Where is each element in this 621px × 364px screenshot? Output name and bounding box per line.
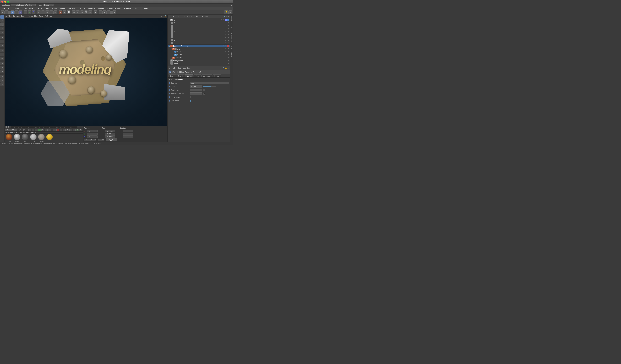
- workplane-button[interactable]: ⌧: [84, 11, 88, 14]
- cursor-tool[interactable]: ↖: [0, 15, 4, 19]
- text-render-icon[interactable]: ☑: [223, 19, 224, 21]
- pos-y-input[interactable]: [87, 133, 98, 135]
- deform-button[interactable]: ⌂: [41, 11, 45, 14]
- mat-menu-icon[interactable]: ☰: [5, 132, 7, 133]
- viewport-menu-icon[interactable]: ☰: [5, 15, 7, 17]
- attr-edit-menu[interactable]: Edit: [177, 67, 181, 69]
- attr-userdata-menu[interactable]: User Data: [182, 67, 191, 69]
- d-vis-icon[interactable]: ☑: [225, 28, 227, 30]
- obj-row-nside[interactable]: n n-Side ☑ ☑: [168, 53, 230, 56]
- mat-create-menu[interactable]: Create: [8, 132, 13, 133]
- menu-edit[interactable]: Edit: [7, 7, 12, 10]
- attr-forward-icon[interactable]: →: [219, 67, 221, 69]
- rect-selection[interactable]: ▣: [0, 57, 4, 60]
- hud-button[interactable]: ◈: [228, 11, 232, 14]
- pos-x-input[interactable]: [87, 130, 98, 132]
- viewport-panel-menu[interactable]: Panel: [39, 15, 44, 17]
- circle-vis-icon[interactable]: ☑: [225, 51, 227, 53]
- mat-material-menu[interactable]: Material: [23, 132, 29, 133]
- o-render-icon[interactable]: ☑: [227, 25, 229, 27]
- text-vis-icon[interactable]: ☑: [220, 19, 222, 21]
- N-vis-icon[interactable]: ☑: [225, 39, 227, 41]
- camera-button[interactable]: ⊡: [53, 11, 57, 14]
- prev-frame-button[interactable]: ◀◀: [32, 128, 34, 131]
- symmetry-tool[interactable]: ⊕: [0, 79, 4, 82]
- obj-object-menu[interactable]: Object: [187, 16, 193, 17]
- point-mode[interactable]: ◈: [0, 31, 4, 34]
- menu-file[interactable]: File: [1, 7, 6, 10]
- offset-input[interactable]: [190, 85, 203, 88]
- rotate-tool-button[interactable]: ↺: [103, 11, 106, 14]
- expand-text[interactable]: ▶: [169, 19, 171, 21]
- pos-z-input[interactable]: [87, 136, 98, 138]
- obj-row-scene[interactable]: S Scene ☑: [168, 62, 230, 65]
- menu-tools[interactable]: Tools: [37, 7, 43, 10]
- attr-menu-icon[interactable]: ☰: [169, 67, 170, 69]
- d-render-icon[interactable]: ☑: [227, 28, 229, 30]
- obj-row-i[interactable]: | i ☑ ☑: [168, 36, 230, 39]
- hierarchical-checkbox[interactable]: ✓: [190, 100, 191, 102]
- isoparm-down[interactable]: ▼: [203, 94, 205, 95]
- viewport-maximize-button[interactable]: ⤢: [163, 15, 164, 17]
- tab-takes-vertical[interactable]: Takes: [230, 23, 233, 30]
- edge-mode[interactable]: ⊞: [0, 27, 4, 30]
- cloner-vis-icon[interactable]: ☑: [225, 48, 227, 50]
- viewport-fit-button[interactable]: ⊞: [161, 15, 162, 17]
- obj-search-icon[interactable]: 🔍: [224, 16, 225, 17]
- render-button[interactable]: ▶: [59, 11, 62, 14]
- node-space-select[interactable]: Current (Standard/Physical): [11, 4, 35, 6]
- circle-render-icon[interactable]: ☑: [227, 51, 229, 53]
- obj-row-l[interactable]: | l ☑ ☑: [168, 33, 230, 36]
- timeline-scrubber[interactable]: 0 5 10 15 20 25 30 35 40 45 50: [11, 127, 77, 128]
- material-hdr[interactable]: HDR: [5, 134, 13, 142]
- apply-button[interactable]: Apply: [106, 138, 117, 142]
- isoparm-up[interactable]: ▲: [203, 93, 205, 94]
- timeline-extra2[interactable]: ⊡: [66, 128, 69, 131]
- timeline-extra5[interactable]: ▣: [76, 128, 79, 131]
- live-select-tool[interactable]: ⊙: [0, 19, 4, 23]
- attr-plus-icon[interactable]: ⊕: [227, 67, 229, 69]
- g-vis-icon[interactable]: ☑: [225, 42, 227, 44]
- attr-mode-menu[interactable]: Mode: [171, 67, 176, 69]
- obj-row-E[interactable]: | E ☑ ☑: [168, 30, 230, 33]
- y-axis-button[interactable]: Y: [28, 11, 31, 14]
- menu-spline[interactable]: Spline: [51, 7, 58, 10]
- viewport-view-menu[interactable]: View: [8, 15, 12, 17]
- tab-selections[interactable]: Selections: [201, 74, 212, 77]
- g-render-icon[interactable]: ☑: [227, 42, 229, 44]
- tab-basic[interactable]: Basic: [169, 74, 176, 77]
- play-button[interactable]: ▶: [38, 128, 41, 131]
- material-metal[interactable]: Metal: [30, 134, 37, 142]
- obj-row-d[interactable]: | d ☑ ☑: [168, 27, 230, 30]
- tab-layers-vertical[interactable]: Layers: [230, 44, 233, 50]
- menu-render[interactable]: Render: [114, 7, 122, 10]
- edit-mode-button[interactable]: ○: [18, 11, 22, 14]
- record-button[interactable]: ●: [53, 128, 56, 131]
- current-frame-input[interactable]: [5, 129, 11, 131]
- align-button[interactable]: ⊟: [88, 11, 92, 14]
- random-vis-icon[interactable]: ☑: [225, 57, 227, 59]
- viewport-lock-button[interactable]: 🔒: [164, 15, 166, 17]
- re-vis-icon[interactable]: ☑: [223, 45, 224, 47]
- material-gold[interactable]: Gold: [46, 134, 53, 142]
- mode-toggle[interactable]: ⊕: [112, 11, 116, 14]
- obj-row-N[interactable]: | N ☑ ☑: [168, 39, 230, 42]
- re-render-icon[interactable]: ☑: [225, 45, 227, 47]
- viewport-display-menu[interactable]: Display: [21, 15, 26, 17]
- rot-b-input[interactable]: [123, 136, 133, 138]
- offset-slider[interactable]: [203, 86, 216, 87]
- expand-re[interactable]: ▼: [169, 45, 171, 47]
- tab-objects-vertical[interactable]: Objects: [230, 15, 233, 23]
- material-mat1[interactable]: Mat.1: [14, 134, 21, 142]
- mat-texture-menu[interactable]: Texture: [30, 132, 35, 133]
- obj-row-m[interactable]: | m ☑ ☑: [168, 21, 230, 24]
- o-vis-icon[interactable]: ☑: [225, 25, 227, 27]
- size-p-input[interactable]: [105, 133, 116, 135]
- scene-vis-icon[interactable]: ☑: [227, 63, 229, 64]
- i-render-icon[interactable]: ☑: [227, 36, 229, 38]
- attr-up-icon[interactable]: ↑: [221, 67, 222, 69]
- undo-button[interactable]: ↩: [1, 11, 4, 14]
- render-region-button[interactable]: ⬜: [67, 11, 70, 14]
- tab-structure-vertical[interactable]: Structure: [230, 51, 233, 59]
- m-vis-icon[interactable]: ☑: [225, 22, 227, 24]
